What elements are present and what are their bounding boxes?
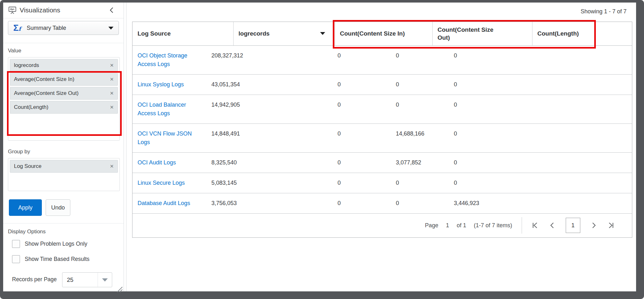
pill-label: Count(Length) bbox=[14, 104, 48, 110]
undo-button[interactable]: Undo bbox=[46, 199, 70, 216]
table-row: Linux Secure Logs 5,083,145 0 0 0 bbox=[132, 173, 632, 193]
remove-pill-icon[interactable]: ✕ bbox=[110, 163, 114, 169]
checkbox-label: Show Problem Logs Only bbox=[25, 241, 87, 247]
records-per-page-label: Records per Page bbox=[12, 276, 57, 283]
pagination-bar: Page 1 of 1 (1-7 of 7 items) 1 bbox=[132, 214, 632, 237]
logrecords-cell: 43,051,354 bbox=[206, 74, 332, 95]
count-out-cell: 0 bbox=[391, 46, 449, 75]
summary-table-sigma-icon: Σf bbox=[13, 23, 21, 32]
remove-pill-icon[interactable]: ✕ bbox=[110, 90, 114, 96]
count-in-cell: 0 bbox=[332, 193, 391, 213]
count-length-cell: 0 bbox=[449, 74, 632, 95]
last-page-icon[interactable] bbox=[607, 222, 615, 229]
table-row: Database Audit Logs 3,756,053 0 0 3,446,… bbox=[132, 193, 632, 213]
table-row: OCI VCN Flow JSON Logs 14,848,491 0 14,6… bbox=[132, 123, 632, 152]
panel-resize-grip-icon[interactable] bbox=[116, 286, 123, 293]
page-number: 1 bbox=[446, 222, 449, 229]
show-problem-logs-checkbox[interactable] bbox=[12, 240, 20, 248]
count-out-cell: 0 bbox=[391, 173, 449, 193]
pagination-summary: Page 1 of 1 (1-7 of 7 items) bbox=[425, 222, 512, 229]
log-source-link[interactable]: Linux Syslog Logs bbox=[138, 80, 184, 89]
pill-label: Average(Content Size Out) bbox=[14, 90, 79, 96]
count-in-cell: 0 bbox=[332, 173, 391, 193]
divider bbox=[3, 43, 124, 43]
logrecords-cell: 3,756,053 bbox=[206, 193, 332, 213]
previous-page-icon[interactable] bbox=[549, 222, 556, 229]
visualization-type-select[interactable]: Σf Summary Table bbox=[8, 21, 119, 35]
count-in-cell: 0 bbox=[332, 46, 391, 75]
panel-title: Visualizations bbox=[20, 6, 60, 14]
select-caret-zone[interactable] bbox=[98, 273, 112, 287]
visualizations-icon bbox=[8, 6, 16, 14]
show-time-based-row: Show Time Based Results bbox=[12, 255, 89, 263]
column-header-count-length: Count(Length) bbox=[532, 22, 632, 45]
logrecords-cell: 14,848,491 bbox=[206, 123, 332, 152]
log-source-link[interactable]: Linux Secure Logs bbox=[138, 179, 185, 187]
chevron-down-icon bbox=[108, 27, 113, 30]
records-per-page-value: 25 bbox=[62, 276, 74, 283]
count-in-cell: 0 bbox=[332, 95, 391, 123]
value-pill-count-length[interactable]: Count(Length) ✕ bbox=[10, 101, 118, 114]
remove-pill-icon[interactable]: ✕ bbox=[110, 76, 114, 82]
table-row: OCI Load Balancer Access Logs 14,942,905… bbox=[132, 95, 632, 123]
value-pill-avg-content-size-out[interactable]: Average(Content Size Out) ✕ bbox=[10, 87, 118, 100]
show-problem-logs-row: Show Problem Logs Only bbox=[12, 240, 87, 248]
count-length-cell: 0 bbox=[449, 46, 632, 75]
value-pill-logrecords[interactable]: logrecords ✕ bbox=[10, 59, 118, 72]
remove-pill-icon[interactable]: ✕ bbox=[110, 63, 114, 68]
display-options-label: Display Options bbox=[8, 229, 46, 235]
showing-count-text: Showing 1 - 7 of 7 bbox=[581, 8, 627, 15]
chevron-down-icon bbox=[102, 278, 108, 282]
logrecords-cell: 8,325,540 bbox=[206, 152, 332, 173]
summary-table: Log Source logrecords Count(Content Size… bbox=[132, 22, 632, 238]
log-source-link[interactable]: OCI Audit Logs bbox=[138, 158, 176, 167]
table-row: OCI Audit Logs 8,325,540 0 3,077,852 0 bbox=[132, 152, 632, 173]
count-out-cell: 0 bbox=[391, 193, 449, 213]
count-in-cell: 0 bbox=[332, 152, 391, 173]
log-source-link[interactable]: OCI Load Balancer Access Logs bbox=[138, 101, 195, 118]
pill-label: Average(Content Size In) bbox=[14, 76, 74, 83]
group-by-section-label: Group by bbox=[8, 149, 30, 155]
count-out-cell: 14,688,166 bbox=[391, 123, 449, 152]
collapse-panel-icon[interactable] bbox=[108, 6, 116, 14]
logrecords-cell: 14,942,905 bbox=[206, 95, 332, 123]
window-frame: Visualizations Σf Summary Table Value lo… bbox=[0, 0, 644, 299]
column-header-logrecords: logrecords bbox=[233, 22, 335, 45]
results-area: Showing 1 - 7 of 7 Log Source logrecords… bbox=[126, 3, 636, 291]
count-length-cell: 0 bbox=[449, 95, 632, 123]
page-of-label: of 1 bbox=[457, 222, 466, 229]
items-range-label: (1-7 of 7 items) bbox=[474, 222, 512, 229]
column-header-log-source: Log Source bbox=[132, 22, 233, 45]
records-per-page-select[interactable]: 25 bbox=[62, 272, 112, 287]
value-section-label: Value bbox=[8, 48, 21, 54]
logrecords-cell: 5,083,145 bbox=[206, 173, 332, 193]
show-time-based-checkbox[interactable] bbox=[12, 255, 20, 263]
current-page-box[interactable]: 1 bbox=[566, 218, 580, 233]
log-source-link[interactable]: Database Audit Logs bbox=[138, 199, 190, 208]
first-page-icon[interactable] bbox=[531, 222, 539, 229]
log-source-link[interactable]: OCI Object Storage Access Logs bbox=[138, 51, 195, 69]
column-menu-caret-icon[interactable] bbox=[320, 32, 325, 35]
count-in-cell: 0 bbox=[332, 123, 391, 152]
pagination-controls: 1 bbox=[531, 218, 615, 233]
page-label: Page bbox=[425, 222, 438, 229]
remove-pill-icon[interactable]: ✕ bbox=[110, 104, 114, 110]
value-pill-avg-content-size-in[interactable]: Average(Content Size In) ✕ bbox=[10, 73, 118, 86]
divider bbox=[3, 223, 124, 223]
group-pill-log-source[interactable]: Log Source ✕ bbox=[10, 160, 118, 173]
pill-label: logrecords bbox=[14, 62, 39, 69]
count-length-cell: 0 bbox=[449, 173, 632, 193]
apply-button[interactable]: Apply bbox=[9, 199, 42, 216]
count-in-cell: 0 bbox=[332, 74, 391, 95]
next-page-icon[interactable] bbox=[590, 222, 597, 229]
summary-table-header: Log Source logrecords Count(Content Size… bbox=[132, 22, 632, 46]
app-surface: Visualizations Σf Summary Table Value lo… bbox=[3, 3, 636, 291]
count-length-cell: 0 bbox=[449, 152, 632, 173]
column-header-count-content-size-out: Count(Content Size Out) bbox=[432, 22, 532, 45]
table-row: Linux Syslog Logs 43,051,354 0 0 0 bbox=[132, 74, 632, 95]
summary-table-body: OCI Object Storage Access Logs 208,327,3… bbox=[132, 46, 632, 214]
pill-label: Log Source bbox=[14, 163, 42, 169]
table-row: OCI Object Storage Access Logs 208,327,3… bbox=[132, 46, 632, 75]
count-length-cell: 0 bbox=[449, 123, 632, 152]
log-source-link[interactable]: OCI VCN Flow JSON Logs bbox=[138, 130, 195, 147]
